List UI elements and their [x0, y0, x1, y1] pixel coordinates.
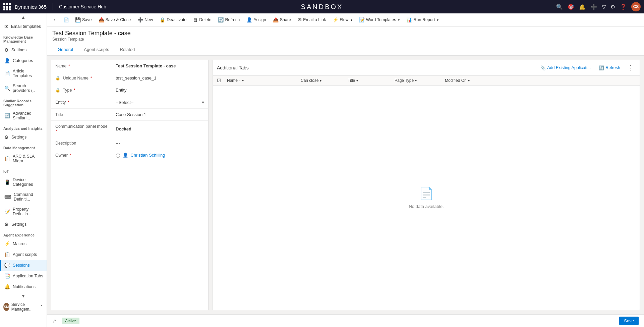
tab-general[interactable]: General [52, 44, 78, 55]
col-name[interactable]: Name ↑ ▾ [227, 78, 301, 83]
page-header: Test Session Template - case Session Tem… [47, 26, 644, 56]
expand-button[interactable]: ⤢ [52, 318, 56, 324]
sidebar-item-article-templates[interactable]: 📄 Article Templates [0, 66, 47, 81]
service-manager-item[interactable]: SM Service Managem... ⌃ [0, 300, 47, 314]
sidebar-item-settings-iot[interactable]: ⚙ Settings [0, 219, 47, 230]
value-unique-name[interactable]: test_session_case_1 [112, 72, 208, 84]
content-body: Name * Test Session Template - case 🔒 Un… [47, 56, 644, 314]
plus-icon[interactable]: ➕ [590, 4, 597, 10]
sidebar-item-settings-kb[interactable]: ⚙ Settings [0, 45, 47, 55]
title-filter-icon[interactable]: ▾ [356, 79, 358, 83]
settings-icon[interactable]: 🔔 [579, 4, 586, 10]
sidebar-item-categories[interactable]: 👤 Categories [0, 55, 47, 66]
sidebar-item-sessions[interactable]: 💬 Sessions [0, 260, 47, 271]
help-circle-icon[interactable]: 🎯 [568, 4, 574, 10]
pagetype-filter-icon[interactable]: ▾ [415, 79, 417, 83]
app-grid-icon[interactable] [3, 3, 11, 10]
sidebar-item-arc-sla[interactable]: 📋 ARC & SLA Migra... [0, 151, 47, 166]
sidebar-item-command-definitions[interactable]: ⌨ Command Definiti... [0, 189, 47, 204]
new-button[interactable]: ➕ New [135, 15, 156, 24]
word-templates-button[interactable]: 📝 Word Templates [356, 15, 403, 24]
add-existing-button[interactable]: 📎 Add Existing Applicati... [538, 64, 593, 72]
sidebar-item-property-definitions[interactable]: 📝 Property Definitio... [0, 204, 47, 219]
share-button[interactable]: 📤 Share [270, 15, 294, 24]
hub-name[interactable]: Customer Service Hub [59, 4, 106, 9]
sidebar-scroll-down[interactable]: ▼ [0, 292, 47, 300]
analytics-settings-icon: ⚙ [4, 134, 9, 140]
refresh-button[interactable]: 🔄 Refresh [215, 15, 242, 24]
owner-link[interactable]: Christian Schilling [130, 153, 165, 158]
sidebar-item-notifications[interactable]: 🔔 Notifications [0, 281, 47, 292]
question-icon[interactable]: ❓ [620, 4, 627, 10]
search-icon[interactable]: 🔍 [556, 4, 563, 10]
delete-button[interactable]: 🗑 Delete [190, 15, 214, 24]
page-subtitle: Session Template [52, 37, 639, 42]
value-entity[interactable]: --Select-- ▾ [112, 96, 208, 109]
label-owner: Owner * [51, 149, 112, 161]
sidebar-item-label: Sessions [13, 263, 30, 268]
col-title[interactable]: Title ▾ [348, 78, 395, 83]
deactivate-button[interactable]: 🔒 Deactivate [157, 15, 189, 24]
form-row-comm-panel: Communication panel mode * Docked [51, 121, 208, 137]
additional-more-button[interactable]: ⋮ [626, 63, 636, 72]
property-icon: 📝 [4, 209, 10, 214]
sidebar-item-advanced-similarity[interactable]: 🔄 Advanced Similari... [0, 108, 47, 123]
email-link-icon: ✉ [298, 17, 302, 22]
col-pagetype[interactable]: Page Type ▾ [395, 78, 445, 83]
sidebar-item-search-providers[interactable]: 🔍 Search providers (.. [0, 81, 47, 96]
value-description[interactable]: --- [112, 137, 208, 149]
flow-button[interactable]: ⚡ Flow [330, 15, 355, 24]
content-area: ← 📄 💾 Save 📥 Save & Close ➕ New 🔒 Deacti… [47, 13, 644, 327]
canclose-filter-icon[interactable]: ▾ [320, 79, 321, 83]
value-title[interactable]: Case Session 1 [112, 109, 208, 121]
back-button[interactable]: ← [51, 15, 60, 24]
form-row-owner: Owner * ◯ 👤 Christian Schilling [51, 149, 208, 161]
sidebar-item-email-templates[interactable]: ✉ Email templates [0, 21, 47, 32]
sidebar-item-label: Search providers (.. [13, 84, 43, 93]
col-modified[interactable]: Modified On ▾ [445, 78, 636, 83]
no-data-text: No data available. [409, 204, 444, 209]
value-comm-panel[interactable]: Docked [112, 121, 208, 137]
sidebar-item-macros[interactable]: ⚡ Macros [0, 238, 47, 249]
additional-tabs-panel: Additional Tabs 📎 Add Existing Applicati… [213, 60, 640, 310]
app-name[interactable]: Dynamics 365 [15, 4, 47, 10]
col-filter-icon[interactable]: ▾ [242, 79, 244, 83]
run-report-button[interactable]: 📊 Run Report [404, 15, 441, 24]
col-canclose[interactable]: Can close ▾ [301, 78, 348, 83]
value-name[interactable]: Test Session Template - case [112, 60, 208, 72]
additional-refresh-button[interactable]: 🔄 Refresh [596, 64, 623, 72]
assign-icon: 👤 [246, 17, 252, 22]
user-avatar[interactable]: CS [631, 2, 641, 11]
sidebar-scroll-up[interactable]: ▲ [0, 13, 47, 21]
bottom-save-button[interactable]: Save [619, 317, 639, 325]
label-name: Name * [51, 60, 112, 72]
iot-settings-icon: ⚙ [4, 222, 9, 227]
sidebar-item-application-tabs[interactable]: 📑 Application Tabs [0, 271, 47, 281]
assign-button[interactable]: 👤 Assign [244, 15, 269, 24]
value-type[interactable]: Entity [112, 84, 208, 96]
owner-person-icon: 👤 [123, 153, 128, 158]
value-owner[interactable]: ◯ 👤 Christian Schilling [112, 149, 208, 161]
modified-filter-icon[interactable]: ▾ [468, 79, 470, 83]
sidebar-item-device-categories[interactable]: 📱 Device Categories [0, 175, 47, 189]
check-all-checkbox[interactable]: ☑ [217, 78, 227, 83]
tab-related[interactable]: Related [114, 44, 140, 55]
toolbar: ← 📄 💾 Save 📥 Save & Close ➕ New 🔒 Deacti… [47, 13, 644, 26]
sort-asc-icon: ↑ [239, 79, 241, 83]
gear-icon[interactable]: ⚙ [610, 4, 615, 10]
status-badge[interactable]: Active [62, 318, 79, 324]
sidebar-item-label: Application Tabs [13, 274, 43, 278]
top-navigation: Dynamics 365 Customer Service Hub SANDBO… [0, 0, 644, 13]
filter-icon[interactable]: ▽ [602, 4, 606, 10]
save-close-button[interactable]: 📥 Save & Close [96, 15, 134, 24]
record-icon-button[interactable]: 📄 [62, 16, 71, 24]
label-entity: Entity * [51, 96, 112, 109]
categories-icon: 👤 [4, 58, 10, 63]
save-button[interactable]: 💾 Save [72, 15, 95, 24]
sidebar-item-agent-scripts[interactable]: 📋 Agent scripts [0, 249, 47, 260]
email-link-button[interactable]: ✉ Email a Link [295, 15, 329, 24]
tab-agent-scripts[interactable]: Agent scripts [78, 44, 114, 55]
label-title: Title [51, 109, 112, 121]
sidebar-item-settings-analytics[interactable]: ⚙ Settings [0, 132, 47, 143]
section-data-management: Data Management [0, 143, 47, 151]
